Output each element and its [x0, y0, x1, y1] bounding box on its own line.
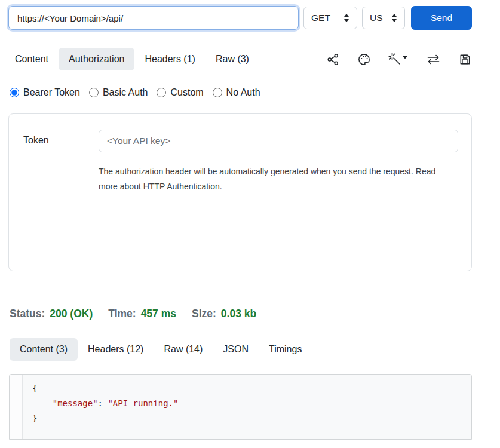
- region-select-value: US: [370, 13, 383, 23]
- updown-arrows-icon: [391, 14, 397, 22]
- code-value: "API running.": [108, 398, 178, 408]
- magic-wand-menu-icon[interactable]: [388, 53, 409, 66]
- tab-authorization[interactable]: Authorization: [59, 48, 134, 70]
- response-tab-raw[interactable]: Raw (14): [154, 338, 213, 361]
- code-colon: :: [98, 398, 108, 408]
- section-divider: [8, 293, 472, 293]
- request-tabs-row: Content Authorization Headers (1) Raw (3…: [5, 48, 500, 70]
- method-select[interactable]: GET: [303, 7, 357, 29]
- toolbar: [326, 53, 472, 66]
- tab-headers[interactable]: Headers (1): [134, 48, 205, 70]
- swap-arrows-icon[interactable]: [426, 53, 441, 66]
- save-icon[interactable]: [458, 53, 472, 66]
- code-indent: [32, 398, 53, 408]
- code-key: "message": [53, 398, 98, 408]
- tab-content[interactable]: Content: [5, 48, 59, 70]
- auth-option-label: Bearer Token: [23, 87, 80, 98]
- status-group: Status: 200 (OK): [10, 308, 93, 320]
- response-json-code[interactable]: { "message": "API running." }: [23, 375, 471, 439]
- auth-helper-text: The authorization header will be automat…: [99, 164, 447, 194]
- time-group: Time: 457 ms: [108, 308, 176, 320]
- token-label: Token: [23, 130, 99, 146]
- code-open-brace: {: [32, 383, 37, 393]
- tab-raw[interactable]: Raw (3): [205, 48, 259, 70]
- response-status-row: Status: 200 (OK) Time: 457 ms Size: 0.03…: [10, 308, 500, 320]
- method-select-value: GET: [311, 13, 330, 23]
- auth-option-bearer-token[interactable]: Bearer Token: [10, 87, 80, 98]
- time-label: Time:: [108, 308, 136, 320]
- request-bar: GET US Send: [8, 6, 500, 30]
- region-select[interactable]: US: [362, 7, 405, 29]
- page-right-divider: [492, 0, 492, 448]
- size-label: Size:: [192, 308, 216, 320]
- url-input[interactable]: [8, 6, 299, 30]
- auth-option-label: No Auth: [226, 87, 260, 98]
- response-tab-content[interactable]: Content (3): [10, 338, 78, 361]
- response-tab-json[interactable]: JSON: [213, 338, 259, 361]
- status-label: Status:: [10, 308, 45, 320]
- status-value: 200 (OK): [50, 308, 93, 320]
- auth-option-no-auth[interactable]: No Auth: [213, 87, 260, 98]
- share-icon[interactable]: [326, 53, 340, 66]
- custom-radio[interactable]: [157, 88, 166, 97]
- no-auth-radio[interactable]: [213, 88, 222, 97]
- send-button[interactable]: Send: [411, 6, 472, 30]
- auth-type-options: Bearer Token Basic Auth Custom No Auth: [10, 87, 500, 98]
- time-value: 457 ms: [141, 308, 176, 320]
- auth-option-label: Basic Auth: [103, 87, 148, 98]
- auth-option-label: Custom: [170, 87, 203, 98]
- auth-option-custom[interactable]: Custom: [157, 87, 203, 98]
- palette-icon[interactable]: [357, 53, 371, 66]
- response-body-panel: { "message": "API running." }: [9, 374, 472, 440]
- size-value: 0.03 kb: [221, 308, 256, 320]
- code-gutter: [10, 375, 23, 439]
- token-input[interactable]: [99, 130, 458, 152]
- bearer-token-radio[interactable]: [10, 88, 19, 97]
- updown-arrows-icon: [343, 14, 349, 22]
- auth-option-basic-auth[interactable]: Basic Auth: [89, 87, 148, 98]
- response-tab-timings[interactable]: Timings: [259, 338, 312, 361]
- code-close-brace: }: [32, 413, 37, 423]
- token-row: Token: [9, 114, 471, 152]
- response-tab-headers[interactable]: Headers (12): [78, 338, 154, 361]
- size-group: Size: 0.03 kb: [192, 308, 256, 320]
- response-tabs-row: Content (3) Headers (12) Raw (14) JSON T…: [10, 338, 500, 361]
- basic-auth-radio[interactable]: [89, 88, 99, 97]
- auth-panel: Token The authorization header will be a…: [8, 113, 472, 271]
